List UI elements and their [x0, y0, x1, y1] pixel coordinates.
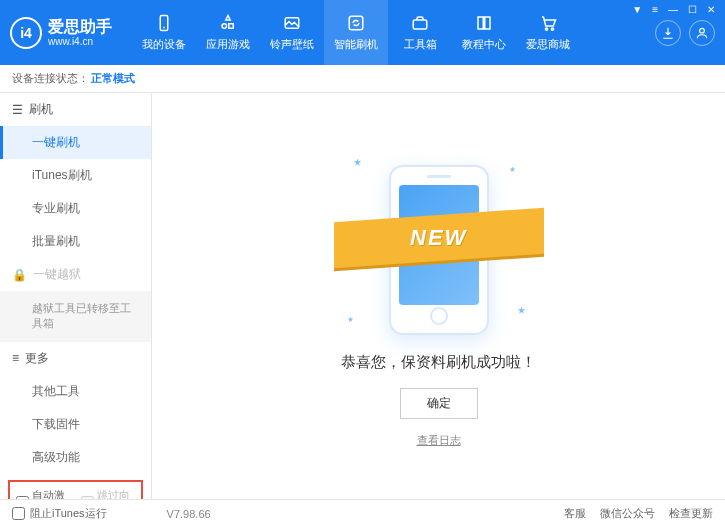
app-title: 爱思助手	[48, 17, 112, 36]
sidebar: ☰ 刷机 一键刷机 iTunes刷机 专业刷机 批量刷机 🔒 一键越狱 越狱工具…	[0, 93, 152, 499]
menu-button[interactable]: ≡	[650, 4, 660, 15]
skip-guide-checkbox[interactable]: 跳过向导	[81, 488, 136, 499]
status-mode: 正常模式	[91, 71, 135, 86]
cart-icon	[538, 13, 558, 33]
nav-smart-flash[interactable]: 智能刷机	[324, 0, 388, 65]
sidebar-item-download-firmware[interactable]: 下载固件	[0, 408, 151, 441]
header-actions	[655, 20, 715, 46]
refresh-icon	[346, 13, 366, 33]
nav-toolbox[interactable]: 工具箱	[388, 0, 452, 65]
svg-rect-5	[349, 16, 363, 30]
nav-apps[interactable]: 应用游戏	[196, 0, 260, 65]
sidebar-section-more[interactable]: ≡ 更多	[0, 342, 151, 375]
sidebar-item-onekey-flash[interactable]: 一键刷机	[0, 126, 151, 159]
more-icon: ≡	[12, 351, 19, 365]
sidebar-item-pro-flash[interactable]: 专业刷机	[0, 192, 151, 225]
minimize-button[interactable]: —	[666, 4, 680, 15]
skip-guide-input	[81, 496, 94, 499]
ok-button[interactable]: 确定	[400, 388, 478, 419]
lock-icon: 🔒	[12, 268, 27, 282]
block-itunes-checkbox[interactable]	[12, 507, 25, 520]
svg-point-2	[222, 24, 227, 29]
svg-point-7	[545, 28, 547, 30]
sidebar-item-batch-flash[interactable]: 批量刷机	[0, 225, 151, 258]
toolbox-icon	[410, 13, 430, 33]
highlighted-options: 自动激活 跳过向导	[8, 480, 143, 499]
success-illustration: NEW	[334, 155, 544, 335]
nav-label: 教程中心	[462, 37, 506, 52]
footer: 阻止iTunes运行 V7.98.66 客服 微信公众号 检查更新	[0, 499, 725, 527]
app-url: www.i4.cn	[48, 36, 112, 48]
app-logo: i4 爱思助手 www.i4.cn	[10, 17, 112, 49]
nav-label: 智能刷机	[334, 37, 378, 52]
download-button[interactable]	[655, 20, 681, 46]
footer-link-support[interactable]: 客服	[564, 506, 586, 521]
footer-link-wechat[interactable]: 微信公众号	[600, 506, 655, 521]
maximize-button[interactable]: ☐	[686, 4, 699, 15]
auto-activate-input[interactable]	[16, 496, 29, 499]
nav-tutorials[interactable]: 教程中心	[452, 0, 516, 65]
image-icon	[282, 13, 302, 33]
svg-point-8	[551, 28, 553, 30]
nav-label: 我的设备	[142, 37, 186, 52]
svg-point-9	[700, 28, 705, 33]
top-nav: 我的设备 应用游戏 铃声壁纸 智能刷机 工具箱 教程中心 爱思商城	[132, 0, 655, 65]
logo-icon: i4	[10, 17, 42, 49]
list-icon: ☰	[12, 103, 23, 117]
sidebar-item-itunes-flash[interactable]: iTunes刷机	[0, 159, 151, 192]
phone-icon	[154, 13, 174, 33]
close-button[interactable]: ✕	[705, 4, 717, 15]
nav-ringtones[interactable]: 铃声壁纸	[260, 0, 324, 65]
sidebar-item-other-tools[interactable]: 其他工具	[0, 375, 151, 408]
jailbreak-moved-note: 越狱工具已转移至工具箱	[0, 291, 151, 342]
footer-link-update[interactable]: 检查更新	[669, 506, 713, 521]
main-content: NEW 恭喜您，保资料刷机成功啦！ 确定 查看日志	[152, 93, 725, 499]
book-icon	[474, 13, 494, 33]
success-message: 恭喜您，保资料刷机成功啦！	[341, 353, 536, 372]
svg-rect-6	[413, 20, 427, 29]
auto-activate-checkbox[interactable]: 自动激活	[16, 488, 71, 499]
nav-label: 工具箱	[404, 37, 437, 52]
status-bar: 设备连接状态： 正常模式	[0, 65, 725, 93]
apps-icon	[218, 13, 238, 33]
user-button[interactable]	[689, 20, 715, 46]
nav-label: 爱思商城	[526, 37, 570, 52]
sidebar-item-advanced[interactable]: 高级功能	[0, 441, 151, 474]
block-itunes-label: 阻止iTunes运行	[30, 506, 107, 521]
pin-button[interactable]: ▼	[630, 4, 644, 15]
nav-label: 应用游戏	[206, 37, 250, 52]
sidebar-section-jailbreak: 🔒 一键越狱	[0, 258, 151, 291]
nav-label: 铃声壁纸	[270, 37, 314, 52]
status-label: 设备连接状态：	[12, 71, 89, 86]
window-controls: ▼ ≡ — ☐ ✕	[630, 4, 717, 15]
nav-my-device[interactable]: 我的设备	[132, 0, 196, 65]
new-ribbon: NEW	[334, 207, 544, 268]
version-text: V7.98.66	[167, 508, 211, 520]
svg-rect-3	[229, 24, 234, 29]
nav-store[interactable]: 爱思商城	[516, 0, 580, 65]
app-header: ▼ ≡ — ☐ ✕ i4 爱思助手 www.i4.cn 我的设备 应用游戏 铃声…	[0, 0, 725, 65]
view-log-link[interactable]: 查看日志	[417, 433, 461, 448]
sidebar-section-flash[interactable]: ☰ 刷机	[0, 93, 151, 126]
